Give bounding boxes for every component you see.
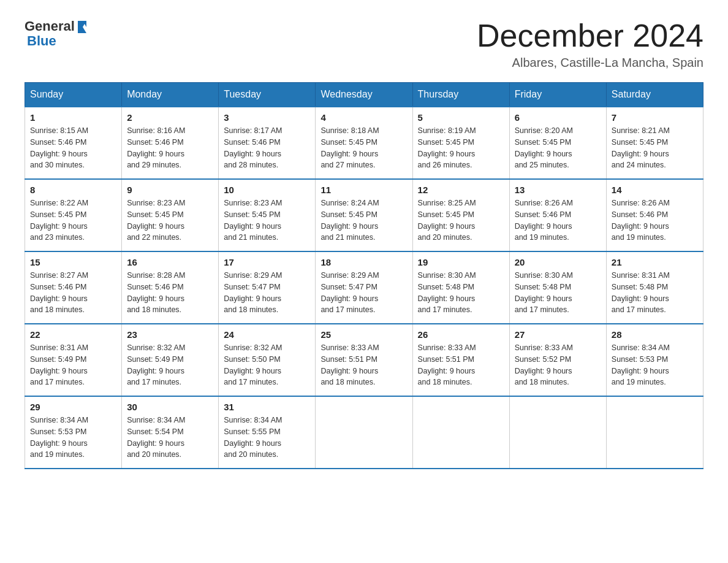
day-number: 27 (515, 329, 601, 340)
day-number: 26 (418, 329, 504, 340)
calendar-cell: 25Sunrise: 8:33 AMSunset: 5:51 PMDayligh… (316, 324, 412, 396)
calendar-header: SundayMondayTuesdayWednesdayThursdayFrid… (25, 83, 703, 107)
calendar-cell: 29Sunrise: 8:34 AMSunset: 5:53 PMDayligh… (25, 396, 122, 469)
week-row-1: 1Sunrise: 8:15 AMSunset: 5:46 PMDaylight… (25, 107, 703, 179)
calendar-cell: 19Sunrise: 8:30 AMSunset: 5:48 PMDayligh… (412, 251, 509, 324)
day-number: 2 (127, 112, 213, 123)
calendar-cell: 8Sunrise: 8:22 AMSunset: 5:45 PMDaylight… (25, 179, 122, 251)
page-header: General Blue December 2024 Albares, Cast… (25, 18, 703, 70)
day-info: Sunrise: 8:22 AMSunset: 5:45 PMDaylight:… (30, 197, 116, 243)
calendar-cell: 31Sunrise: 8:34 AMSunset: 5:55 PMDayligh… (219, 396, 316, 469)
calendar-cell: 26Sunrise: 8:33 AMSunset: 5:51 PMDayligh… (412, 324, 509, 396)
day-info: Sunrise: 8:34 AMSunset: 5:55 PMDaylight:… (224, 415, 310, 461)
day-number: 17 (224, 257, 310, 267)
day-info: Sunrise: 8:29 AMSunset: 5:47 PMDaylight:… (320, 270, 407, 316)
day-info: Sunrise: 8:33 AMSunset: 5:51 PMDaylight:… (418, 342, 504, 388)
calendar-cell: 22Sunrise: 8:31 AMSunset: 5:49 PMDayligh… (25, 324, 122, 396)
day-number: 6 (515, 112, 601, 123)
title-section: December 2024 Albares, Castille-La Manch… (477, 18, 703, 70)
day-number: 4 (320, 112, 407, 123)
day-number: 18 (320, 257, 407, 267)
calendar-cell (412, 396, 509, 469)
day-info: Sunrise: 8:26 AMSunset: 5:46 PMDaylight:… (515, 197, 601, 243)
calendar-cell: 7Sunrise: 8:21 AMSunset: 5:45 PMDaylight… (606, 107, 703, 179)
calendar-cell: 21Sunrise: 8:31 AMSunset: 5:48 PMDayligh… (606, 251, 703, 324)
weekday-saturday: Saturday (606, 83, 703, 107)
day-info: Sunrise: 8:17 AMSunset: 5:46 PMDaylight:… (224, 125, 310, 171)
day-info: Sunrise: 8:34 AMSunset: 5:53 PMDaylight:… (612, 342, 698, 388)
logo-flag-icon (75, 20, 89, 33)
calendar-cell: 13Sunrise: 8:26 AMSunset: 5:46 PMDayligh… (509, 179, 606, 251)
day-number: 11 (320, 185, 407, 195)
calendar-cell (316, 396, 412, 469)
calendar-cell: 3Sunrise: 8:17 AMSunset: 5:46 PMDaylight… (219, 107, 316, 179)
day-number: 10 (224, 185, 310, 195)
day-info: Sunrise: 8:32 AMSunset: 5:50 PMDaylight:… (224, 342, 310, 388)
day-number: 23 (127, 329, 213, 340)
calendar-cell: 18Sunrise: 8:29 AMSunset: 5:47 PMDayligh… (316, 251, 412, 324)
day-info: Sunrise: 8:23 AMSunset: 5:45 PMDaylight:… (127, 197, 213, 243)
calendar-cell: 15Sunrise: 8:27 AMSunset: 5:46 PMDayligh… (25, 251, 122, 324)
calendar-cell: 1Sunrise: 8:15 AMSunset: 5:46 PMDaylight… (25, 107, 122, 179)
day-number: 29 (30, 402, 116, 412)
day-info: Sunrise: 8:27 AMSunset: 5:46 PMDaylight:… (30, 270, 116, 316)
calendar-cell: 4Sunrise: 8:18 AMSunset: 5:45 PMDaylight… (316, 107, 412, 179)
weekday-wednesday: Wednesday (316, 83, 412, 107)
day-info: Sunrise: 8:32 AMSunset: 5:49 PMDaylight:… (127, 342, 213, 388)
day-info: Sunrise: 8:28 AMSunset: 5:46 PMDaylight:… (127, 270, 213, 316)
day-number: 19 (418, 257, 504, 267)
day-info: Sunrise: 8:33 AMSunset: 5:52 PMDaylight:… (515, 342, 601, 388)
week-row-3: 15Sunrise: 8:27 AMSunset: 5:46 PMDayligh… (25, 251, 703, 324)
day-info: Sunrise: 8:31 AMSunset: 5:48 PMDaylight:… (612, 270, 698, 316)
calendar-cell: 12Sunrise: 8:25 AMSunset: 5:45 PMDayligh… (412, 179, 509, 251)
calendar-body: 1Sunrise: 8:15 AMSunset: 5:46 PMDaylight… (25, 107, 703, 469)
week-row-5: 29Sunrise: 8:34 AMSunset: 5:53 PMDayligh… (25, 396, 703, 469)
logo-general-text: General (25, 18, 75, 34)
calendar-cell (509, 396, 606, 469)
day-info: Sunrise: 8:15 AMSunset: 5:46 PMDaylight:… (30, 125, 116, 171)
calendar-cell: 24Sunrise: 8:32 AMSunset: 5:50 PMDayligh… (219, 324, 316, 396)
calendar-cell: 10Sunrise: 8:23 AMSunset: 5:45 PMDayligh… (219, 179, 316, 251)
calendar-cell: 17Sunrise: 8:29 AMSunset: 5:47 PMDayligh… (219, 251, 316, 324)
day-number: 31 (224, 402, 310, 412)
calendar-cell: 9Sunrise: 8:23 AMSunset: 5:45 PMDaylight… (122, 179, 219, 251)
day-number: 20 (515, 257, 601, 267)
day-info: Sunrise: 8:21 AMSunset: 5:45 PMDaylight:… (612, 125, 698, 171)
weekday-row: SundayMondayTuesdayWednesdayThursdayFrid… (25, 83, 703, 107)
calendar-cell: 6Sunrise: 8:20 AMSunset: 5:45 PMDaylight… (509, 107, 606, 179)
calendar-cell: 20Sunrise: 8:30 AMSunset: 5:48 PMDayligh… (509, 251, 606, 324)
weekday-friday: Friday (509, 83, 606, 107)
day-number: 8 (30, 185, 116, 195)
day-info: Sunrise: 8:25 AMSunset: 5:45 PMDaylight:… (418, 197, 504, 243)
day-number: 22 (30, 329, 116, 340)
day-info: Sunrise: 8:34 AMSunset: 5:53 PMDaylight:… (30, 415, 116, 461)
day-number: 5 (418, 112, 504, 123)
weekday-tuesday: Tuesday (219, 83, 316, 107)
month-title: December 2024 (477, 18, 703, 53)
day-number: 24 (224, 329, 310, 340)
day-info: Sunrise: 8:16 AMSunset: 5:46 PMDaylight:… (127, 125, 213, 171)
day-number: 21 (612, 257, 698, 267)
day-info: Sunrise: 8:20 AMSunset: 5:45 PMDaylight:… (515, 125, 601, 171)
calendar-cell: 28Sunrise: 8:34 AMSunset: 5:53 PMDayligh… (606, 324, 703, 396)
day-number: 25 (320, 329, 407, 340)
day-info: Sunrise: 8:31 AMSunset: 5:49 PMDaylight:… (30, 342, 116, 388)
day-number: 9 (127, 185, 213, 195)
day-info: Sunrise: 8:24 AMSunset: 5:45 PMDaylight:… (320, 197, 407, 243)
logo-blue-text: Blue (27, 33, 56, 48)
calendar-cell: 23Sunrise: 8:32 AMSunset: 5:49 PMDayligh… (122, 324, 219, 396)
weekday-sunday: Sunday (25, 83, 122, 107)
day-number: 30 (127, 402, 213, 412)
day-info: Sunrise: 8:34 AMSunset: 5:54 PMDaylight:… (127, 415, 213, 461)
calendar-cell: 14Sunrise: 8:26 AMSunset: 5:46 PMDayligh… (606, 179, 703, 251)
day-info: Sunrise: 8:33 AMSunset: 5:51 PMDaylight:… (320, 342, 407, 388)
day-number: 15 (30, 257, 116, 267)
calendar-cell: 11Sunrise: 8:24 AMSunset: 5:45 PMDayligh… (316, 179, 412, 251)
calendar-cell: 2Sunrise: 8:16 AMSunset: 5:46 PMDaylight… (122, 107, 219, 179)
day-number: 13 (515, 185, 601, 195)
day-info: Sunrise: 8:26 AMSunset: 5:46 PMDaylight:… (612, 197, 698, 243)
day-info: Sunrise: 8:29 AMSunset: 5:47 PMDaylight:… (224, 270, 310, 316)
day-number: 1 (30, 112, 116, 123)
weekday-thursday: Thursday (412, 83, 509, 107)
day-number: 3 (224, 112, 310, 123)
